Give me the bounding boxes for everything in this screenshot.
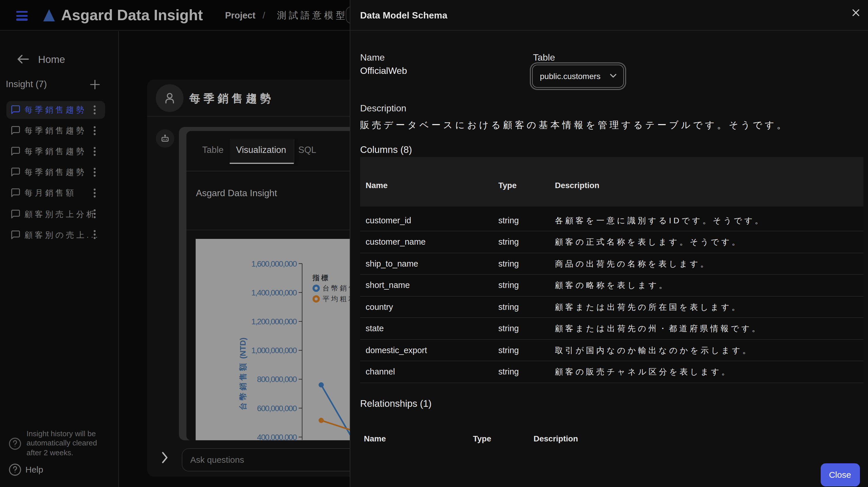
- svg-text:800,000,000: 800,000,000: [257, 375, 297, 384]
- svg-text:600,000,000: 600,000,000: [257, 404, 297, 413]
- svg-text:1,200,000,000: 1,200,000,000: [251, 317, 297, 326]
- svg-text:指標: 指標: [312, 274, 330, 282]
- svg-text:400,000,000: 400,000,000: [257, 433, 297, 440]
- svg-text:台幣銷售額 (NTD): 台幣銷售額 (NTD): [239, 338, 247, 411]
- svg-text:1,400,000,000: 1,400,000,000: [251, 289, 297, 297]
- svg-text:1,000,000,000: 1,000,000,000: [251, 346, 297, 355]
- svg-text:1,600,000,000: 1,600,000,000: [251, 259, 297, 268]
